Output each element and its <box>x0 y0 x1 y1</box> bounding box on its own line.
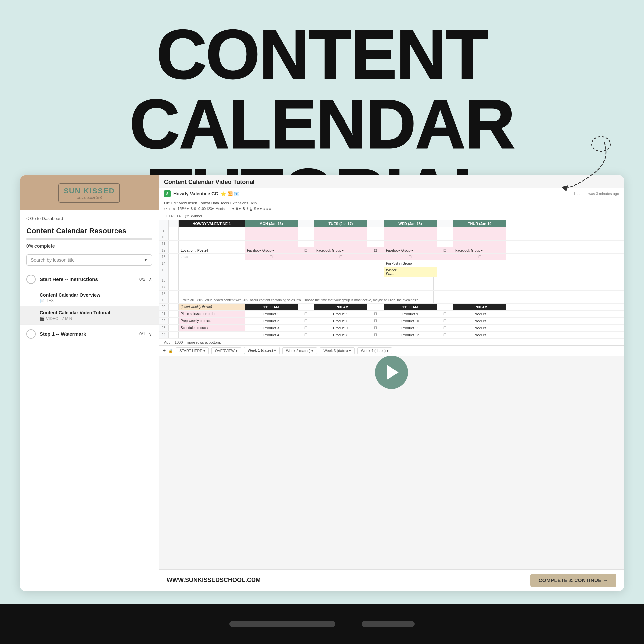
search-placeholder: Search by lesson title <box>31 257 75 263</box>
menu-data[interactable]: Data <box>211 201 219 205</box>
lesson-section-1: Start Here -- Instructions 0/2 ∧ Content… <box>20 270 159 324</box>
section-header-2[interactable]: Step 1 -- Watermark 0/1 ∨ <box>20 325 159 343</box>
grid-row-21: 21 Place shirt/screen order Product 1 ☐ … <box>159 311 624 318</box>
tab-start-here[interactable]: START HERE ▾ <box>176 347 209 354</box>
row21-label: Place shirt/screen order <box>179 311 245 317</box>
spreadsheet-name: Howdy Valentine CC <box>173 191 218 196</box>
lesson-title-2: Content Calendar Video Tutorial <box>40 310 152 315</box>
tab-week2[interactable]: Week 2 (dates) ▾ <box>282 347 317 354</box>
row21-p5: Product 5 <box>314 311 367 317</box>
grid-row-15: 15 Winner:Prize: <box>159 267 624 277</box>
lesson-item-2[interactable]: Content Calendar Video Tutorial 🎬 VIDEO … <box>20 306 159 324</box>
row22-p10: Product 10 <box>384 318 437 324</box>
col-d-header-sm <box>367 220 384 227</box>
dashed-arrow <box>525 136 611 202</box>
sheet-tab-lock: 🔒 <box>168 349 173 353</box>
row14-d: Pin Post in Group <box>384 260 437 267</box>
logo-sub: virtual assistant <box>64 195 115 199</box>
grid-row-23: 23 Schedule products Product 3 ☐ Product… <box>159 325 624 332</box>
lesson-meta-2: 🎬 VIDEO · 7 MIN <box>40 316 152 321</box>
row23-p3: Product 3 <box>245 325 298 331</box>
tab-overview[interactable]: OVERVIEW ▾ <box>211 347 241 354</box>
bottom-black-bar <box>0 604 644 644</box>
sheet-tab-plus[interactable]: + <box>163 348 166 354</box>
lesson-item-1[interactable]: Content Calendar Overview 📄 TEXT <box>20 289 159 306</box>
formula-value: Winner: <box>191 214 203 218</box>
svg-marker-0 <box>561 185 568 191</box>
menu-tools[interactable]: Tools <box>220 201 229 205</box>
row21-p9: Product 9 <box>384 311 437 317</box>
menu-view[interactable]: View <box>179 201 187 205</box>
tab-week3[interactable]: Week 3 (dates) ▾ <box>320 347 354 354</box>
tab-week1[interactable]: Week 1 (dates) ▾ <box>244 347 280 354</box>
grid-row-18: 18 <box>159 291 624 297</box>
grid-row-10: 10 <box>159 234 624 241</box>
gs-icon: S <box>164 190 171 197</box>
section-circle-1 <box>26 275 36 284</box>
section-circle-2 <box>26 329 36 339</box>
grid-row-16: 16 <box>159 277 624 284</box>
row21-p1: Product 1 <box>245 311 298 317</box>
spreadsheet-grid: HOWDY VALENTINE 1 MON (Jan 16) TUES (Jan… <box>159 220 624 339</box>
tab-week4[interactable]: Week 4 (dates) ▾ <box>357 347 392 354</box>
row23-p11: Product 11 <box>384 325 437 331</box>
add-rows-bar: Add 1000 more rows at bottom. <box>159 339 624 345</box>
section-header-1[interactable]: Start Here -- Instructions 0/2 ∧ <box>20 270 159 289</box>
scroll-indicator-main[interactable] <box>229 621 335 627</box>
play-button[interactable] <box>375 356 408 389</box>
menu-format[interactable]: Format <box>199 201 210 205</box>
row12-b: Facebook Group ▾ <box>245 247 298 253</box>
lesson-title-1: Content Calendar Overview <box>40 292 152 298</box>
row20-time-b: 11:00 AM <box>245 304 298 310</box>
content-panel: SUN KISSED virtual assistant < Go to Das… <box>20 175 624 591</box>
row12-c: Facebook Group ▾ <box>314 247 367 253</box>
lesson-type-icon-2: 🎬 <box>40 316 45 321</box>
row13-label: ...ted <box>179 254 245 260</box>
lesson-section-2: Step 1 -- Watermark 0/1 ∨ <box>20 324 159 343</box>
scroll-indicator-small[interactable] <box>362 621 415 627</box>
menu-extensions[interactable]: Extensions <box>230 201 248 205</box>
logo-box: SUN KISSED virtual assistant <box>58 183 120 203</box>
lesson-type-icon-1: 📄 <box>40 299 45 303</box>
grid-row-9: 9 <box>159 227 624 234</box>
svg-point-1 <box>592 137 610 151</box>
corner-cell <box>159 220 169 227</box>
complete-continue-button[interactable]: COMPLETE & CONTINUE → <box>530 574 616 587</box>
grid-row-14: 14 Pin Post in Group <box>159 260 624 267</box>
col-a-header: HOWDY VALENTINE 1 <box>179 220 245 227</box>
play-icon <box>387 365 399 380</box>
row22-p2: Product 2 <box>245 318 298 324</box>
grid-row-20: 20 (insert weekly theme) 11:00 AM 11:00 … <box>159 304 624 311</box>
row23-p7: Product 7 <box>314 325 367 331</box>
menu-help[interactable]: Help <box>249 201 257 205</box>
section-chevron-2: ∨ <box>149 331 152 337</box>
spreadsheet-toolbar: ↩ ↪ 🖨 125% ▾ $ % .0 .00 123▾ Montserrat … <box>159 206 624 212</box>
menu-edit[interactable]: Edit <box>171 201 178 205</box>
lessons-list: Start Here -- Instructions 0/2 ∧ Content… <box>20 270 159 591</box>
grid-row-24: 24 Product 4 ☐ Product 8 ☐ Product 12 ☐ … <box>159 332 624 339</box>
row20-time-c: 11:00 AM <box>314 304 367 310</box>
row15-winner: Winner:Prize: <box>384 267 437 277</box>
menu-insert[interactable]: Insert <box>188 201 197 205</box>
search-dropdown-icon: ▼ <box>144 258 148 262</box>
sidebar: SUN KISSED virtual assistant < Go to Das… <box>20 175 159 591</box>
sidebar-logo: SUN KISSED virtual assistant <box>20 175 159 210</box>
search-input-area[interactable]: Search by lesson title ▼ <box>26 254 152 266</box>
logo-text: SUN KISSED <box>64 187 115 195</box>
row24-p8: Product 8 <box>314 332 367 338</box>
section-title-2: Step 1 -- Watermark <box>40 331 139 337</box>
grid-row-12: 12 Location / Posted Facebook Group ▾ ☐ … <box>159 247 624 254</box>
go-to-dashboard-link[interactable]: < Go to Dashboard <box>20 210 159 224</box>
col-num <box>169 220 179 227</box>
sheet-tabs: + 🔒 START HERE ▾ OVERVIEW ▾ Week 1 (date… <box>159 345 624 356</box>
section-chevron-1: ∧ <box>149 277 152 282</box>
grid-row-19: 19 ...with all... 80% value added conten… <box>159 297 624 304</box>
col-c-header-sm <box>298 220 314 227</box>
section-title-1: Start Here -- Instructions <box>40 276 139 282</box>
course-title: Content Calendar Resources <box>20 224 159 238</box>
row23-label: Schedule products <box>179 325 245 331</box>
row12-label: Location / Posted <box>179 247 245 253</box>
grid-row-11: 11 <box>159 241 624 247</box>
menu-file[interactable]: File <box>164 201 170 205</box>
lesson-meta-1: 📄 TEXT <box>40 299 152 303</box>
